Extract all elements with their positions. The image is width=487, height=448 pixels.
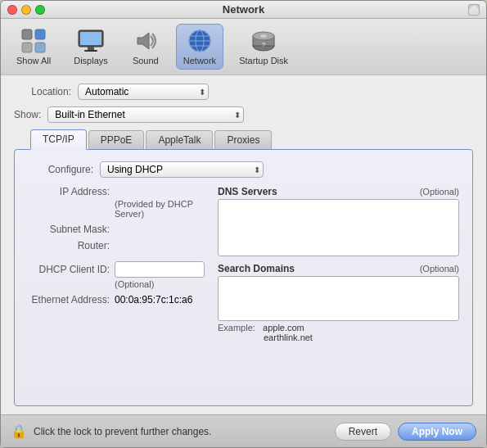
toolbar-item-show-all-label: Show All (16, 56, 51, 66)
resize-button[interactable] (468, 4, 480, 16)
toolbar-item-startup-disk-label: Startup Disk (239, 56, 288, 66)
svg-rect-6 (88, 47, 94, 50)
revert-button[interactable]: Revert (335, 423, 391, 441)
svg-rect-2 (22, 43, 32, 52)
svg-marker-8 (138, 33, 149, 49)
dns-header: DNS Servers (Optional) (218, 186, 459, 197)
sound-icon (133, 28, 159, 54)
configure-row: Configure: Using DHCP ⬍ (28, 161, 459, 178)
svg-rect-1 (35, 29, 45, 39)
maximize-button[interactable] (35, 5, 45, 15)
dns-optional: (Optional) (420, 187, 459, 197)
svg-rect-0 (22, 29, 32, 39)
dhcp-client-id-input[interactable] (115, 261, 205, 278)
search-section: Search Domains (Optional) Example: apple… (218, 263, 459, 342)
dns-textbox[interactable] (218, 199, 459, 256)
ethernet-address-value: 00:0a:95:7c:1c:a6 (115, 294, 192, 305)
window-title: Network (223, 3, 264, 16)
router-label: Router: (28, 240, 110, 251)
dns-title: DNS Servers (218, 186, 277, 197)
toolbar-item-displays-label: Displays (74, 56, 108, 66)
toolbar-item-sound[interactable]: Sound (124, 24, 168, 70)
show-all-icon (20, 28, 47, 54)
dhcp-client-id-group: DHCP Client ID: (Optional) (28, 261, 205, 289)
panel-body: IP Address: (Provided by DHCP Server) Su… (28, 186, 459, 394)
window-controls (7, 5, 45, 15)
toolbar-item-show-all[interactable]: Show All (9, 24, 58, 70)
subnet-mask-row: Subnet Mask: (28, 224, 205, 235)
configure-label: Configure: (28, 164, 93, 175)
ethernet-address-label: Ethernet Address: (28, 294, 110, 305)
displays-icon (78, 28, 104, 54)
example-value-2: earthlink.net (264, 333, 313, 342)
search-header: Search Domains (Optional) (218, 263, 459, 274)
svg-rect-7 (84, 50, 97, 52)
tab-pppoe[interactable]: PPPoE (88, 130, 145, 149)
dhcp-client-id-label: DHCP Client ID: (28, 264, 110, 275)
toolbar-item-network[interactable]: Network (176, 24, 223, 70)
ip-address-label: IP Address: (28, 186, 110, 197)
location-label: Location: (14, 86, 71, 97)
apply-now-button[interactable]: Apply Now (398, 423, 476, 441)
svg-point-18 (260, 34, 267, 38)
configure-select-wrapper: Using DHCP ⬍ (100, 161, 264, 178)
close-button[interactable] (7, 5, 17, 15)
lock-text: Click the lock to prevent further change… (34, 426, 328, 437)
svg-text:?: ? (262, 41, 266, 48)
location-row: Location: Automatic ⬍ (14, 84, 473, 100)
subnet-mask-label: Subnet Mask: (28, 224, 110, 235)
ethernet-address-row: Ethernet Address: 00:0a:95:7c:1c:a6 (28, 294, 205, 305)
search-textbox[interactable] (218, 276, 459, 321)
dhcp-client-id-row: DHCP Client ID: (28, 261, 205, 278)
location-select-wrapper: Automatic ⬍ (78, 84, 209, 100)
configure-select[interactable]: Using DHCP (100, 161, 264, 178)
svg-rect-3 (35, 43, 45, 52)
tab-panel-tcpip: Configure: Using DHCP ⬍ IP Add (14, 149, 473, 406)
toolbar-item-network-label: Network (183, 56, 216, 66)
left-column: IP Address: (Provided by DHCP Server) Su… (28, 186, 205, 394)
network-icon (187, 28, 213, 54)
router-row: Router: (28, 240, 205, 251)
right-column: DNS Servers (Optional) Search Domains (O… (218, 186, 459, 394)
show-label: Show: (14, 109, 41, 120)
show-select-wrapper: Built-in Ethernet ⬍ (47, 106, 244, 123)
tab-appletalk[interactable]: AppleTalk (146, 130, 213, 149)
titlebar: Network (1, 1, 486, 19)
dns-section: DNS Servers (Optional) (218, 186, 459, 256)
toolbar-item-sound-label: Sound (133, 56, 159, 66)
show-row: Show: Built-in Ethernet ⬍ (14, 106, 473, 123)
bottom-bar: 🔒 Click the lock to prevent further chan… (1, 414, 486, 447)
example-value-1: apple.com (263, 323, 304, 333)
minimize-button[interactable] (21, 5, 31, 15)
ip-address-hint: (Provided by DHCP Server) (28, 199, 205, 219)
svg-rect-5 (80, 32, 101, 45)
example-text: Example: apple.com earthlink.net (218, 323, 459, 342)
location-select[interactable]: Automatic (78, 84, 209, 100)
tab-proxies[interactable]: Proxies (214, 130, 272, 149)
dhcp-client-id-hint: (Optional) (28, 279, 205, 289)
toolbar: Show All Displays Sound (1, 19, 486, 75)
toolbar-item-displays[interactable]: Displays (66, 24, 115, 70)
tab-bar: TCP/IP PPPoE AppleTalk Proxies (14, 129, 473, 149)
search-optional: (Optional) (420, 264, 459, 274)
search-title: Search Domains (218, 263, 295, 274)
tab-tcpip[interactable]: TCP/IP (30, 129, 87, 150)
show-select[interactable]: Built-in Ethernet (47, 106, 244, 123)
ip-address-group: IP Address: (Provided by DHCP Server) (28, 186, 205, 219)
content-area: Location: Automatic ⬍ Show: Built-in Eth… (1, 75, 486, 414)
example-label: Example: (218, 323, 255, 333)
tabs-container: TCP/IP PPPoE AppleTalk Proxies Configure… (14, 129, 473, 406)
ip-address-row: IP Address: (28, 186, 205, 197)
startup-disk-icon: ? (250, 28, 277, 54)
main-window: Network Show All (0, 0, 487, 448)
lock-icon[interactable]: 🔒 (11, 423, 27, 439)
toolbar-item-startup-disk[interactable]: ? Startup Disk (232, 24, 295, 70)
